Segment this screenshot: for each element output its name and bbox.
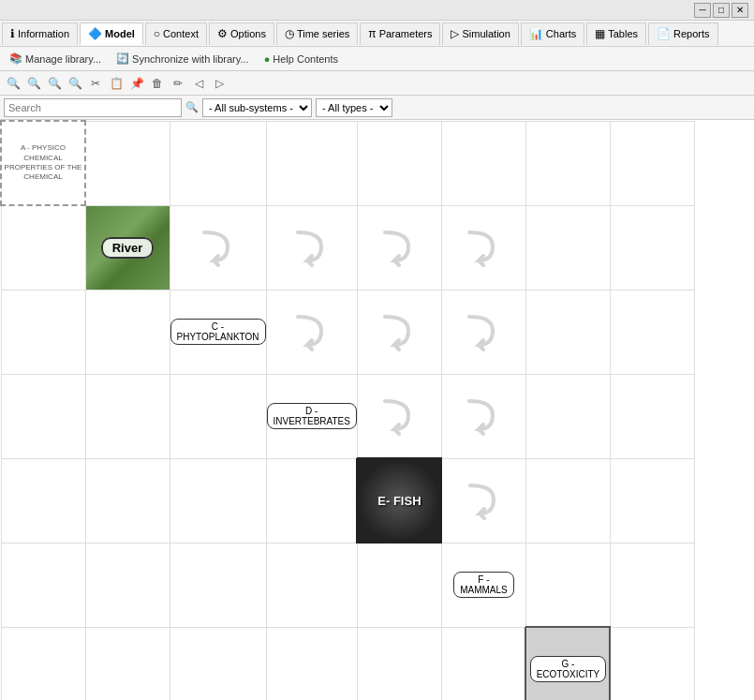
node-e-label: E- FISH bbox=[377, 494, 421, 508]
tab-model[interactable]: 🔷 Model bbox=[80, 22, 143, 45]
tab-simulation[interactable]: ▷ Simulation bbox=[442, 22, 518, 45]
arrow-right-button[interactable]: ▷ bbox=[210, 74, 229, 93]
node-f-label: F - MAMMALS bbox=[453, 572, 514, 598]
tab-tables[interactable]: ▦ Tables bbox=[586, 22, 646, 45]
grid-cell-r2c1 bbox=[85, 290, 170, 374]
grid-cell-r5c7 bbox=[610, 543, 694, 627]
grid-cell-r6c3 bbox=[266, 627, 357, 700]
parameters-icon: π bbox=[368, 27, 376, 40]
arrow-icon bbox=[460, 223, 507, 270]
tab-charts[interactable]: 📊 Charts bbox=[521, 22, 584, 45]
tab-options[interactable]: ⚙ Options bbox=[209, 22, 274, 45]
arrow-r2c5 bbox=[441, 290, 525, 374]
simulation-icon: ▷ bbox=[451, 27, 459, 40]
tab-reports[interactable]: 📄 Reports bbox=[648, 22, 718, 45]
arrow-icon bbox=[195, 223, 242, 270]
zoom-100-button[interactable]: 🔍 bbox=[66, 74, 84, 93]
grid-cell-r4c3 bbox=[266, 458, 357, 543]
grid-cell-r5c1 bbox=[85, 543, 170, 627]
arrow-icon bbox=[460, 307, 507, 354]
reports-icon: 📄 bbox=[657, 27, 671, 40]
grid-cell-r4c6 bbox=[525, 458, 610, 543]
node-b-cell[interactable]: River bbox=[85, 205, 170, 290]
arrow-r2c3 bbox=[266, 290, 357, 374]
grid-cell-r1c0 bbox=[1, 205, 85, 290]
grid-cell-r2c0 bbox=[1, 290, 85, 374]
node-a-cell[interactable]: A - PHYSICO CHEMICAL PROPERTIES OF THE C… bbox=[1, 121, 85, 205]
close-button[interactable]: ✕ bbox=[732, 3, 748, 18]
grid-cell-r4c2 bbox=[170, 458, 266, 543]
paste-button[interactable]: 📌 bbox=[127, 74, 146, 93]
charts-icon: 📊 bbox=[529, 27, 543, 40]
types-dropdown[interactable]: - All types - bbox=[316, 98, 392, 117]
context-icon: ○ bbox=[154, 27, 160, 40]
node-c-cell[interactable]: C - PHYTOPLANKTON bbox=[170, 290, 266, 374]
cut-button[interactable]: ✂ bbox=[86, 74, 105, 93]
node-b-label: River bbox=[101, 237, 155, 259]
title-bar: ─ □ ✕ bbox=[0, 0, 754, 21]
zoom-fit-button[interactable]: 🔍 bbox=[45, 74, 64, 93]
grid-cell-r0c7 bbox=[610, 121, 694, 205]
model-grid: A - PHYSICO CHEMICAL PROPERTIES OF THE C… bbox=[0, 120, 695, 700]
node-f-cell[interactable]: F - MAMMALS bbox=[441, 543, 525, 627]
grid-cell-r2c6 bbox=[525, 290, 610, 374]
help-button[interactable]: ● Help Contents bbox=[259, 52, 344, 66]
icon-toolbar: 🔍 🔍 🔍 🔍 ✂ 📋 📌 🗑 ✏ ◁ ▷ bbox=[0, 71, 754, 96]
main-area[interactable]: A - PHYSICO CHEMICAL PROPERTIES OF THE C… bbox=[0, 120, 754, 700]
help-icon: ● bbox=[264, 53, 271, 65]
node-g-cell[interactable]: G - ECOTOXICITY bbox=[525, 627, 610, 700]
arrow-r3c4 bbox=[357, 374, 441, 458]
grid-cell-r0c2 bbox=[170, 121, 266, 205]
manage-library-button[interactable]: 📚 Manage library... bbox=[4, 52, 107, 66]
arrow-r1c4 bbox=[357, 205, 441, 290]
tab-parameters[interactable]: π Parameters bbox=[360, 22, 440, 45]
grid-cell-r0c3 bbox=[266, 121, 357, 205]
arrow-icon bbox=[376, 307, 422, 354]
zoom-in-button[interactable]: 🔍 bbox=[4, 74, 22, 93]
node-d-cell[interactable]: D - INVERTEBRATES bbox=[266, 374, 357, 458]
tab-context[interactable]: ○ Context bbox=[145, 22, 207, 45]
delete-button[interactable]: 🗑 bbox=[148, 74, 167, 93]
information-icon: ℹ bbox=[10, 27, 15, 40]
node-a-label: A - PHYSICO CHEMICAL PROPERTIES OF THE C… bbox=[2, 143, 84, 183]
grid-cell-r5c6 bbox=[525, 543, 610, 627]
synchronize-button[interactable]: 🔄 Synchronize with library... bbox=[111, 52, 255, 66]
search-input[interactable] bbox=[4, 98, 182, 117]
grid-cell-r4c7 bbox=[610, 458, 694, 543]
grid-cell-r1c6 bbox=[525, 205, 610, 290]
arrow-r3c5 bbox=[441, 374, 525, 458]
grid-cell-r6c1 bbox=[85, 627, 170, 700]
minimize-button[interactable]: ─ bbox=[694, 3, 711, 18]
search-icon: 🔍 bbox=[185, 101, 199, 113]
grid-cell-r6c5 bbox=[441, 627, 525, 700]
arrow-icon bbox=[461, 476, 508, 523]
maximize-button[interactable]: □ bbox=[713, 3, 730, 18]
tab-information[interactable]: ℹ Information bbox=[2, 22, 78, 45]
node-g-label: G - ECOTOXICITY bbox=[530, 656, 607, 682]
node-c-label: C - PHYTOPLANKTON bbox=[170, 319, 266, 345]
model-icon: 🔷 bbox=[88, 27, 102, 40]
arrow-r2c4 bbox=[357, 290, 441, 374]
arrow-r1c5 bbox=[441, 205, 525, 290]
grid-cell-r5c4 bbox=[357, 543, 441, 627]
grid-cell-r5c2 bbox=[170, 543, 266, 627]
arrow-r1c3 bbox=[266, 205, 357, 290]
grid-cell-r0c1 bbox=[85, 121, 170, 205]
toolbar: 📚 Manage library... 🔄 Synchronize with l… bbox=[0, 47, 754, 71]
zoom-out-button[interactable]: 🔍 bbox=[24, 74, 43, 93]
edit-button[interactable]: ✏ bbox=[169, 74, 187, 93]
subsystems-dropdown[interactable]: - All sub-systems - bbox=[202, 98, 312, 117]
tab-timeseries[interactable]: ◷ Time series bbox=[276, 22, 358, 45]
grid-cell-r3c7 bbox=[610, 374, 694, 458]
grid-cell-r5c3 bbox=[266, 543, 357, 627]
library-icon: 📚 bbox=[9, 52, 22, 65]
grid-cell-r0c5 bbox=[441, 121, 525, 205]
arrow-left-button[interactable]: ◁ bbox=[189, 74, 208, 93]
node-d-label: D - INVERTEBRATES bbox=[267, 403, 357, 429]
grid-cell-r6c2 bbox=[170, 627, 266, 700]
arrow-icon bbox=[376, 223, 422, 270]
node-e-cell[interactable]: E- FISH bbox=[357, 458, 441, 543]
grid-cell-r0c6 bbox=[525, 121, 610, 205]
search-bar: 🔍 - All sub-systems - - All types - bbox=[0, 96, 754, 120]
copy-button[interactable]: 📋 bbox=[107, 74, 126, 93]
